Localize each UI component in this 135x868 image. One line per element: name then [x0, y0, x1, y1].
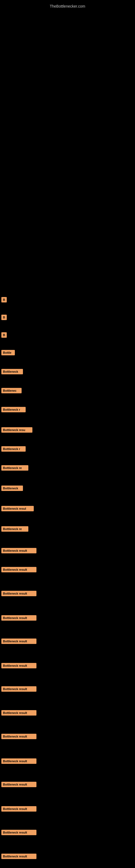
bottleneck-result-label: Bottleneck re: [1, 526, 28, 532]
bottleneck-result-label: Bottleneck result: [1, 663, 37, 669]
bottleneck-result-label: Bottleneck result: [1, 806, 37, 812]
bottleneck-result-label: Bottleneck result: [1, 710, 37, 716]
bottleneck-result-label: Bottleneck result: [1, 782, 37, 787]
bottleneck-result-label: B: [1, 315, 7, 320]
bottleneck-result-label: Bottleneck re: [1, 465, 28, 471]
bottleneck-result-label: Bottleneck result: [1, 686, 37, 692]
bottleneck-result-label: Bottleneck result: [1, 639, 37, 644]
bottleneck-result-label: Bottlenec: [1, 388, 21, 393]
bottleneck-result-label: Bottleneck r: [1, 407, 26, 412]
bottleneck-result-label: B: [1, 297, 7, 303]
bottleneck-result-label: Bottleneck result: [1, 591, 37, 596]
bottleneck-result-label: Bottleneck result: [1, 734, 37, 739]
site-title: TheBottlenecker.com: [0, 1, 135, 11]
bottleneck-result-label: Bottleneck result: [1, 548, 37, 553]
bottleneck-result-label: Bottleneck result: [1, 615, 37, 621]
bottleneck-result-label: Bottleneck r: [1, 446, 26, 452]
bottleneck-result-label: Bottleneck result: [1, 567, 37, 572]
bottleneck-result-label: Bottle: [1, 350, 15, 355]
bottleneck-result-label: Bottleneck: [1, 486, 23, 491]
bottleneck-result-label: Bottleneck result: [1, 854, 37, 859]
bottleneck-result-label: Bottleneck: [1, 369, 23, 374]
bottleneck-result-label: Bottleneck resu: [1, 427, 32, 433]
bottleneck-result-label: Bottleneck result: [1, 830, 37, 835]
bottleneck-result-label: Bottleneck result: [1, 758, 37, 764]
bottleneck-result-label: Bottleneck resul: [1, 506, 34, 511]
bottleneck-result-label: B: [1, 332, 7, 338]
